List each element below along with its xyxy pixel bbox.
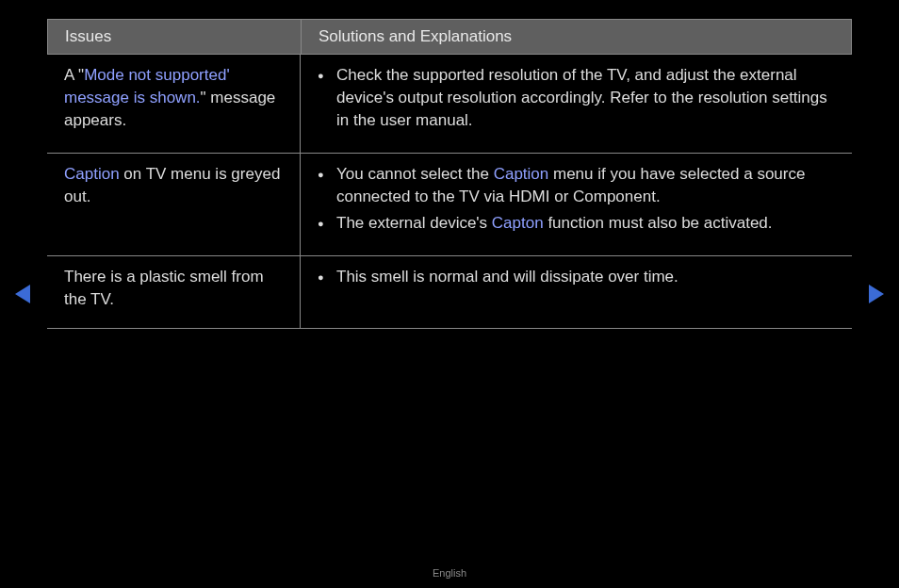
chevron-right-icon (867, 285, 884, 303)
solution-item: Check the supported resolution of the TV… (318, 64, 835, 132)
svg-marker-1 (869, 285, 884, 303)
issue-cell: There is a plastic smell from the TV. (47, 256, 300, 328)
solution-cell: This smell is normal and will dissipate … (300, 256, 852, 328)
table-row: A "Mode not supported' message is shown.… (47, 55, 852, 154)
table-row: There is a plastic smell from the TV. Th… (47, 256, 852, 329)
solution-list: Check the supported resolution of the TV… (318, 64, 835, 132)
issue-text-pre: A " (64, 66, 84, 84)
issue-cell: Caption on TV menu is greyed out. (47, 154, 300, 255)
issue-highlight: Caption (64, 165, 120, 183)
troubleshoot-table: Issues Solutions and Explanations A "Mod… (47, 19, 852, 329)
nav-next-button[interactable] (867, 285, 884, 303)
solution-list: You cannot select the Caption menu if yo… (318, 163, 835, 235)
footer-language: English (0, 567, 899, 579)
nav-prev-button[interactable] (15, 285, 32, 303)
header-issues: Issues (48, 20, 301, 54)
solution-item: This smell is normal and will dissipate … (318, 266, 835, 288)
issue-cell: A "Mode not supported' message is shown.… (47, 55, 300, 153)
solution-list: This smell is normal and will dissipate … (318, 266, 835, 288)
sol-text: function must also be activated. (544, 214, 773, 232)
table-header-row: Issues Solutions and Explanations (47, 19, 852, 55)
header-solutions: Solutions and Explanations (301, 20, 851, 54)
solution-cell: You cannot select the Caption menu if yo… (300, 154, 852, 255)
sol-highlight: Capton (492, 214, 544, 232)
sol-highlight: Caption (494, 165, 549, 183)
sol-text: The external device's (336, 214, 492, 232)
svg-marker-0 (15, 285, 30, 303)
solution-item: You cannot select the Caption menu if yo… (318, 163, 835, 208)
sol-text: You cannot select the (336, 165, 494, 183)
chevron-left-icon (15, 285, 32, 303)
solution-item: The external device's Capton function mu… (318, 212, 835, 235)
solution-cell: Check the supported resolution of the TV… (300, 55, 852, 153)
table-row: Caption on TV menu is greyed out. You ca… (47, 154, 852, 256)
